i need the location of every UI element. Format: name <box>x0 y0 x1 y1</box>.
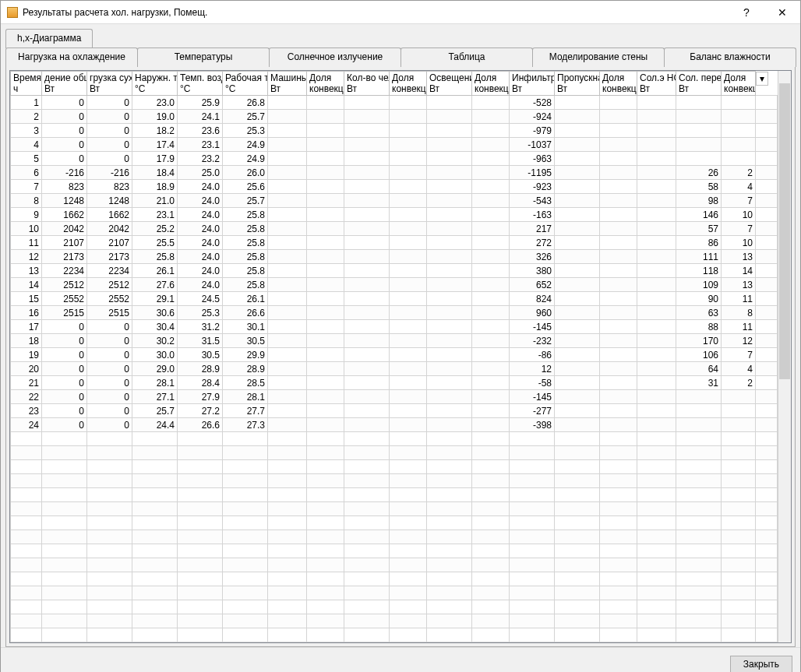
table-row[interactable] <box>11 460 778 474</box>
table-row[interactable] <box>11 614 778 628</box>
tab-2[interactable]: Солнечное излучение <box>269 47 401 67</box>
cell: 0 <box>42 362 87 376</box>
col-header[interactable]: Доляконвекц <box>472 72 510 96</box>
table-row[interactable] <box>11 558 778 572</box>
table-row[interactable]: 102042204225.224.025.8217577 <box>11 222 778 236</box>
tab-4[interactable]: Моделирование стены <box>532 47 665 67</box>
cell: 63 <box>676 306 722 320</box>
table-row[interactable]: 152552255229.124.526.18249011 <box>11 292 778 306</box>
table-row[interactable] <box>11 474 778 488</box>
table-row[interactable] <box>11 432 778 446</box>
app-icon <box>7 7 18 18</box>
table-row[interactable]: 200029.028.928.912644 <box>11 362 778 376</box>
table-row[interactable]: 81248124821.024.025.7-543987 <box>11 194 778 208</box>
table-row[interactable]: 6-216-21618.425.026.0-1195262 <box>11 166 778 180</box>
table-row[interactable]: 230025.727.227.7-277 <box>11 404 778 418</box>
cell: 106 <box>676 348 722 362</box>
col-header[interactable]: Рабочая те°C <box>223 72 268 96</box>
table-row[interactable]: 162515251530.625.326.6960638 <box>11 306 778 320</box>
table-row[interactable] <box>11 516 778 530</box>
col-header[interactable]: МашиныВт <box>268 72 307 96</box>
table-row[interactable]: 50017.923.224.9-963 <box>11 152 778 166</box>
cell <box>307 222 344 236</box>
help-button[interactable]: ? <box>729 1 764 24</box>
col-header[interactable]: Доляконвекц <box>307 72 344 96</box>
tab-3[interactable]: Таблица <box>400 47 533 67</box>
col-header[interactable]: Наружн. те°C <box>132 72 178 96</box>
col-header[interactable]: ИнфильтраВт <box>510 72 555 96</box>
col-header[interactable]: грузка сух.Вт <box>87 72 132 96</box>
column-menu-icon[interactable]: ▾ <box>756 72 768 86</box>
table-row[interactable]: 190030.030.529.9-861067 <box>11 348 778 362</box>
col-header[interactable]: дение общ.Вт <box>42 72 87 96</box>
close-button[interactable]: ✕ <box>764 1 800 24</box>
table-row[interactable]: 132234223426.124.025.838011814 <box>11 264 778 278</box>
cell: 26.1 <box>132 264 178 278</box>
cell: 0 <box>87 96 132 110</box>
table-row[interactable] <box>11 502 778 516</box>
table-row[interactable]: 220027.127.928.1-145 <box>11 390 778 404</box>
table-row[interactable]: 782382318.924.025.6-923584 <box>11 180 778 194</box>
table-row[interactable]: 40017.423.124.9-1037 <box>11 138 778 152</box>
tab-1[interactable]: Температуры <box>137 47 270 67</box>
cell: 24.9 <box>223 152 268 166</box>
table-row[interactable]: 122173217325.824.025.832611113 <box>11 250 778 264</box>
cell: 0 <box>87 404 132 418</box>
cell <box>268 292 307 306</box>
cell <box>307 404 344 418</box>
table-row[interactable]: 91662166223.124.025.8-16314610 <box>11 208 778 222</box>
cell <box>555 418 600 432</box>
table-row[interactable] <box>11 586 778 600</box>
table-row[interactable] <box>11 628 778 642</box>
table-row[interactable]: 210028.128.428.5-58312 <box>11 376 778 390</box>
col-header[interactable]: ПропускнаВт <box>555 72 600 96</box>
table-row[interactable]: 10023.025.926.8-528 <box>11 96 778 110</box>
col-header[interactable]: ОсвещениеВт <box>427 72 472 96</box>
col-header[interactable]: Сол. передВт <box>676 72 722 96</box>
cell <box>676 404 722 418</box>
table-row[interactable] <box>11 600 778 614</box>
cell <box>722 138 756 152</box>
cell: 29.0 <box>132 362 178 376</box>
cell: 28.9 <box>178 362 223 376</box>
cell: 27.9 <box>178 390 223 404</box>
cell <box>344 278 390 292</box>
data-grid[interactable]: Времячдение общ.Втгрузка сух.ВтНаружн. т… <box>10 71 778 642</box>
cell <box>307 236 344 250</box>
table-row[interactable]: 180030.231.530.5-23217012 <box>11 334 778 348</box>
col-header[interactable]: Доляконвекц <box>600 72 637 96</box>
cell: 12 <box>11 250 42 264</box>
table-row[interactable] <box>11 530 778 544</box>
col-header[interactable]: Доляконвекц <box>722 72 756 96</box>
col-header[interactable]: Доляконвекц <box>390 72 427 96</box>
col-header[interactable]: Сол.э НСВт <box>637 72 676 96</box>
close-dialog-button[interactable]: Закрыть <box>730 656 792 672</box>
table-row[interactable] <box>11 544 778 558</box>
cell: 0 <box>87 334 132 348</box>
table-row[interactable] <box>11 572 778 586</box>
table-row[interactable]: 142512251227.624.025.865210913 <box>11 278 778 292</box>
tab-5[interactable]: Баланс влажности <box>664 47 796 67</box>
vertical-scrollbar[interactable] <box>778 71 791 642</box>
cell <box>307 306 344 320</box>
table-row[interactable] <box>11 488 778 502</box>
table-row[interactable]: 240024.426.627.3-398 <box>11 418 778 432</box>
table-row[interactable]: 20019.024.125.7-924 <box>11 110 778 124</box>
cell: 24.0 <box>178 208 223 222</box>
tab-0[interactable]: Нагрузка на охлаждение <box>5 47 138 67</box>
col-header[interactable]: Кол-во чел.Вт <box>344 72 390 96</box>
tab-hx-diagram[interactable]: h,x-Диаграмма <box>5 29 93 48</box>
scrollbar-thumb[interactable] <box>779 83 790 379</box>
cell <box>472 348 510 362</box>
cell <box>307 292 344 306</box>
table-row[interactable]: 112107210725.524.025.82728610 <box>11 236 778 250</box>
cell: 11 <box>722 292 756 306</box>
cell: 28.1 <box>132 376 178 390</box>
table-row[interactable] <box>11 446 778 460</box>
table-row[interactable]: 170030.431.230.1-1458811 <box>11 320 778 334</box>
col-header[interactable]: Темп. возд°C <box>178 72 223 96</box>
table-row[interactable]: 30018.223.625.3-979 <box>11 124 778 138</box>
cell: -924 <box>510 110 555 124</box>
col-header[interactable]: Времяч <box>11 72 42 96</box>
cell <box>390 208 427 222</box>
